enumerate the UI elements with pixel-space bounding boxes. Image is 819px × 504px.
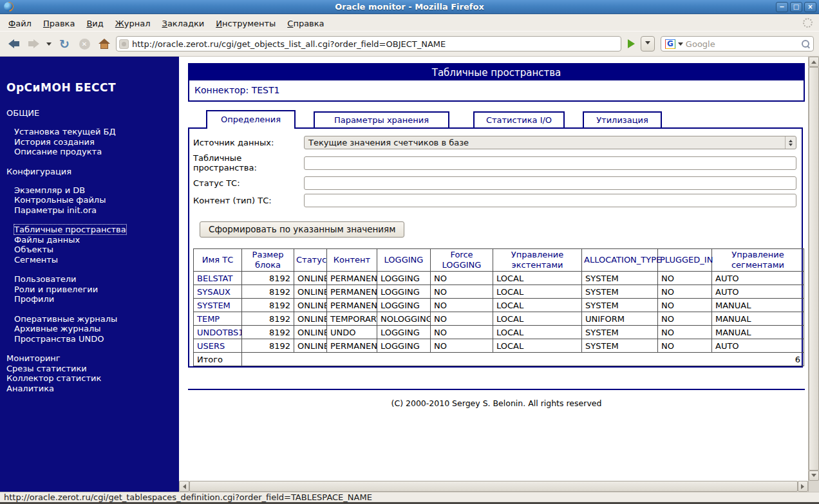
- tablespace-link[interactable]: BELSTAT: [194, 272, 242, 285]
- sidebar-item[interactable]: Профили: [6, 294, 176, 304]
- menu-item-1[interactable]: Файл: [3, 16, 37, 31]
- column-header[interactable]: Имя ТС: [194, 249, 242, 272]
- filter-input-1[interactable]: [304, 156, 796, 170]
- filter-input-2[interactable]: [304, 176, 796, 190]
- table-cell: ONLINE: [294, 339, 327, 353]
- home-button[interactable]: [96, 35, 113, 53]
- sidebar-item[interactable]: Архивные журналы: [6, 324, 176, 334]
- scroll-down-button[interactable]: [809, 471, 819, 481]
- vertical-scrollbar[interactable]: [808, 57, 819, 481]
- column-header[interactable]: ALLOCATION_TYPE: [582, 249, 658, 272]
- generate-button[interactable]: Сформировать по указанным значениям: [200, 221, 404, 238]
- tab-3[interactable]: Статистика I/O: [473, 111, 565, 127]
- tab-4[interactable]: Утилизация: [583, 111, 662, 127]
- table-cell: 8192: [242, 312, 294, 326]
- sidebar-item[interactable]: Описание продукта: [6, 147, 176, 157]
- column-header[interactable]: Управление экстентами: [493, 249, 582, 272]
- sidebar-item[interactable]: Сегменты: [6, 255, 176, 265]
- horizontal-scroll-thumb[interactable]: [189, 481, 798, 492]
- google-engine-icon[interactable]: G: [665, 39, 675, 49]
- tablespace-link[interactable]: USERS: [194, 339, 242, 353]
- triangle-up-icon: [811, 58, 816, 64]
- table-cell: LOGGING: [377, 326, 431, 339]
- column-header[interactable]: Управление сегментами: [712, 249, 804, 272]
- sidebar-item[interactable]: Пользователи: [6, 274, 176, 285]
- back-history-dropdown[interactable]: [45, 35, 53, 53]
- scroll-up-button[interactable]: [809, 57, 819, 67]
- go-dropdown-button[interactable]: [641, 36, 655, 51]
- table-cell: 8192: [242, 339, 294, 353]
- table-cell: LOCAL: [493, 339, 582, 353]
- url-bar[interactable]: [116, 36, 621, 51]
- tablespace-link[interactable]: TEMP: [194, 312, 242, 326]
- table-cell: PERMANENT: [327, 285, 377, 299]
- horizontal-scrollbar[interactable]: [179, 481, 808, 492]
- data-source-select[interactable]: Текущие значения счетчиков в базе: [304, 136, 796, 149]
- reload-button[interactable]: ↻: [56, 35, 73, 53]
- column-header[interactable]: PLUGGED_IN: [658, 249, 712, 272]
- menu-item-2[interactable]: Правка: [37, 16, 80, 31]
- sidebar-item[interactable]: Аналитика: [6, 384, 176, 394]
- tablespace-link[interactable]: UNDOTBS1: [194, 326, 242, 339]
- menu-item-3[interactable]: Вид: [80, 16, 109, 31]
- filter-input-3[interactable]: [304, 194, 796, 207]
- minimize-button[interactable]: −: [776, 2, 788, 12]
- table-cell: LOCAL: [493, 272, 582, 285]
- sidebar-item[interactable]: Файлы данных: [6, 235, 176, 245]
- go-icon: [628, 39, 635, 48]
- tablespace-link[interactable]: SYSTEM: [194, 299, 242, 312]
- sidebar-item[interactable]: Объекты: [6, 245, 176, 255]
- search-icon[interactable]: [802, 40, 809, 48]
- column-header[interactable]: LOGGING: [377, 249, 431, 272]
- sidebar-item[interactable]: Оперативные журналы: [6, 314, 176, 324]
- sidebar-item[interactable]: Мониторинг: [6, 353, 176, 364]
- stop-icon: ✕: [79, 39, 90, 50]
- table-cell: NOLOGGING: [377, 312, 431, 326]
- menu-item-5[interactable]: Закладки: [156, 16, 211, 31]
- column-header[interactable]: Контент: [327, 249, 377, 272]
- search-input[interactable]: [686, 39, 799, 49]
- tab-2[interactable]: Параметры хранения: [314, 111, 449, 127]
- table-cell: NO: [431, 285, 493, 299]
- sidebar-item[interactable]: Пространства UNDO: [6, 334, 176, 344]
- table-cell: UNDO: [327, 326, 377, 339]
- sidebar-item[interactable]: Табличные пространства: [6, 225, 176, 235]
- close-button[interactable]: ×: [804, 2, 816, 12]
- menu-item-4[interactable]: Журнал: [109, 16, 156, 31]
- menu-item-6[interactable]: Инструменты: [210, 16, 281, 31]
- maximize-button[interactable]: □: [790, 2, 802, 12]
- scroll-right-button[interactable]: [798, 481, 808, 492]
- url-input[interactable]: [132, 39, 618, 49]
- scroll-left-button[interactable]: [179, 481, 189, 492]
- column-header[interactable]: Размер блока: [242, 249, 294, 272]
- vertical-scroll-thumb[interactable]: [809, 67, 819, 471]
- table-cell: LOCAL: [493, 299, 582, 312]
- page-favicon-icon: [119, 39, 129, 49]
- chevron-down-icon[interactable]: [678, 42, 683, 48]
- table-cell: SYSTEM: [582, 339, 658, 353]
- tab-1[interactable]: Определения: [206, 110, 296, 127]
- sidebar-item[interactable]: Экземпляр и DB: [6, 185, 176, 196]
- back-button[interactable]: [5, 35, 22, 53]
- total-label: Итого: [194, 353, 242, 366]
- search-box[interactable]: G: [661, 36, 814, 51]
- stop-button[interactable]: ✕: [76, 35, 93, 53]
- column-header[interactable]: Force LOGGING: [431, 249, 493, 272]
- go-button[interactable]: [625, 35, 637, 53]
- forward-button[interactable]: [25, 35, 42, 53]
- tablespace-link[interactable]: SYSAUX: [194, 285, 242, 299]
- sidebar-item[interactable]: Параметры init.ora: [6, 205, 176, 216]
- table-cell: ONLINE: [294, 312, 327, 326]
- sidebar-item[interactable]: Установка текущей БД: [6, 127, 176, 137]
- table-cell: ONLINE: [294, 299, 327, 312]
- table-cell: NO: [431, 272, 493, 285]
- sidebar-item[interactable]: Коллектор статистик: [6, 373, 176, 384]
- sidebar-item[interactable]: История создания: [6, 137, 176, 147]
- sidebar-item[interactable]: Срезы статистики: [6, 364, 176, 374]
- sidebar-item[interactable]: Контрольные файлы: [6, 195, 176, 205]
- column-header[interactable]: Статус: [294, 249, 327, 272]
- table-cell: SYSTEM: [582, 285, 658, 299]
- table-cell: PERMANENT: [327, 272, 377, 285]
- menu-item-7[interactable]: Справка: [281, 16, 330, 31]
- sidebar-item[interactable]: Роли и привелегии: [6, 285, 176, 295]
